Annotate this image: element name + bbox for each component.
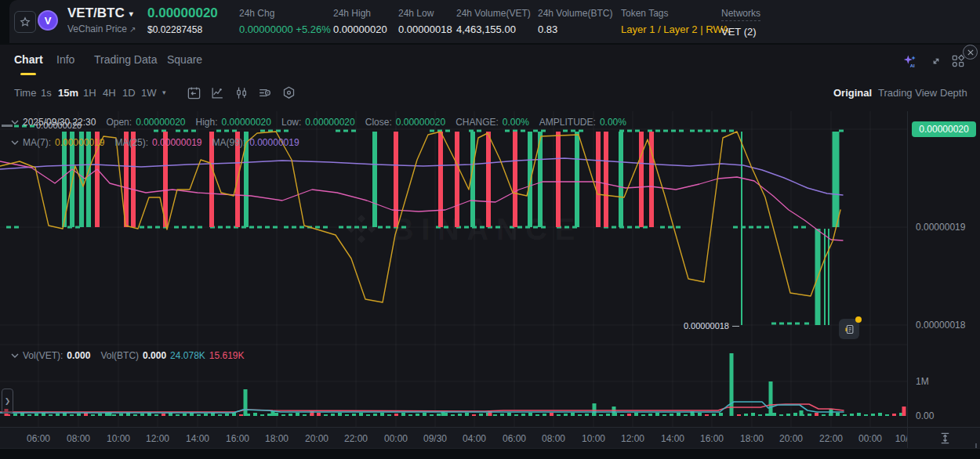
interval-1d[interactable]: 1D <box>122 87 136 99</box>
high-value: 0.00000020 <box>222 117 271 128</box>
time-label-14-00: 14:00 <box>182 433 213 444</box>
ai-sparkle-button[interactable]: AI <box>902 53 917 69</box>
vol-ma1-value: 24.078K <box>170 350 205 361</box>
fullscreen-button[interactable] <box>928 53 944 69</box>
high-label: High: <box>196 117 218 128</box>
collapse-chevron-icon[interactable] <box>11 139 19 146</box>
vol-vet-label: Vol(VET): <box>23 350 63 361</box>
stat-value-24h-volume-vet: 4,463,155.00 <box>456 23 531 35</box>
stat-24h-volume-vet: 24h Volume(VET)4,463,155.00 <box>456 8 531 35</box>
expand-icon <box>929 54 943 68</box>
stat-value-24h-chg: 0.00000000 +5.26% <box>239 23 331 35</box>
change-label: CHANGE: <box>456 117 499 128</box>
stat-value-24h-low: 0.00000018 <box>398 23 452 35</box>
stat-label-token-tags: Token Tags <box>621 8 729 19</box>
tab-square[interactable]: Square <box>167 53 202 66</box>
chart-settings-button[interactable] <box>281 85 297 101</box>
stat-24h-chg: 24h Chg0.00000000 +5.26% <box>239 8 331 35</box>
ma99-value: 0.00000019 <box>249 137 299 148</box>
tab-info[interactable]: Info <box>56 53 74 66</box>
close-panel-button[interactable] <box>963 45 978 60</box>
pair-selector[interactable]: VET/BTC ▾ <box>67 5 136 21</box>
ohlc-info-bar: 2025/09/30 22:30 Open: 0.00000020 High: … <box>11 117 626 128</box>
time-label-16-00: 16:00 <box>222 433 253 444</box>
time-label-22-00: 22:00 <box>340 433 372 444</box>
stat-24h-volume-btc: 24h Volume(BTC)0.83 <box>538 8 612 35</box>
price-axis-label-0-00: 0.00 <box>916 410 934 421</box>
star-icon <box>20 16 31 27</box>
volume-info-bar: Vol(VET): 0.000 Vol(BTC) 0.000 24.078K 1… <box>11 350 245 361</box>
active-tab-underline <box>20 73 36 75</box>
open-value: 0.00000020 <box>136 117 185 128</box>
price-axis-label-0-00000019: 0.00000019 <box>916 222 965 233</box>
ma7-label: MA(7): <box>23 137 51 148</box>
view-depth[interactable]: Depth <box>940 87 967 99</box>
ma99-label: MA(99): <box>212 137 246 148</box>
collapse-chevron-icon[interactable] <box>11 119 19 125</box>
current-price-badge: 0.00000020 <box>912 121 976 137</box>
time-axis[interactable]: 06:0008:0010:0012:0014:0016:0018:0020:00… <box>0 427 980 449</box>
chart-style-button[interactable] <box>210 85 226 101</box>
corner-resize-icon[interactable] <box>969 439 977 447</box>
stat-value-24h-high: 0.00000020 <box>333 23 387 35</box>
time-label-06-00: 06:00 <box>23 433 54 444</box>
ma7-value: 0.00000019 <box>55 137 104 148</box>
price-axis[interactable]: 0.00000020 0.000000190.000000181M0.00 <box>907 111 980 427</box>
interval-1w[interactable]: 1W <box>141 87 157 99</box>
pair-subtitle-link[interactable]: VeChain Price ↗ <box>67 23 136 34</box>
stat-24h-low: 24h Low0.00000018 <box>398 8 452 35</box>
price-axis-label-0-00000018: 0.00000018 <box>916 320 965 331</box>
ai-sparkle-icon: AI <box>902 53 917 69</box>
ma25-label: MA(25): <box>114 137 148 148</box>
time-label-00-00: 00:00 <box>380 433 412 444</box>
jump-to-date-button[interactable] <box>187 85 202 101</box>
indicators-icon <box>257 85 272 100</box>
stat-token-tags: Token TagsLayer 1 / Layer 2 | RWA <box>621 8 729 35</box>
interval-time[interactable]: Time <box>14 87 36 99</box>
vol-btc-value: 0.000 <box>143 350 166 361</box>
pair-name: VET/BTC <box>67 5 125 21</box>
stat-value-24h-volume-btc: 0.83 <box>538 23 612 35</box>
stat-label-24h-volume-vet: 24h Volume(VET) <box>456 8 531 19</box>
stat-label-24h-high: 24h High <box>333 8 387 19</box>
vet-logo-letter: V <box>45 15 52 27</box>
stat-networks: NetworksVET (2) <box>721 8 760 38</box>
close-icon <box>967 49 974 56</box>
view-original[interactable]: Original <box>833 87 872 99</box>
time-label-09-30: 09/30 <box>419 433 451 444</box>
tab-chart[interactable]: Chart <box>14 53 43 66</box>
fit-vertical-icon <box>938 431 953 446</box>
time-label-08-00: 08:00 <box>538 433 569 444</box>
news-button[interactable] <box>839 319 859 339</box>
candle-type-button[interactable] <box>234 85 250 101</box>
stat-24h-high: 24h High0.00000020 <box>333 8 387 35</box>
stat-label-networks[interactable]: Networks <box>721 8 760 21</box>
low-price-annotation: 0.00000018 <box>671 321 729 331</box>
vol-ma2-value: 15.619K <box>209 350 245 361</box>
market-header: V VET/BTC ▾ VeChain Price ↗ 0.00000020 $… <box>9 0 980 43</box>
time-label-10: 10/ <box>886 433 907 444</box>
interval-dropdown-caret[interactable]: ▾ <box>162 89 166 96</box>
open-label: Open: <box>106 117 132 128</box>
indicators-button[interactable] <box>257 85 273 101</box>
low-label: Low: <box>281 117 301 128</box>
interval-1h[interactable]: 1H <box>83 87 96 99</box>
panel-expander-button[interactable]: ❯ <box>2 389 13 414</box>
usd-price: $0.02287458 <box>147 24 218 35</box>
favorite-button[interactable] <box>14 11 36 33</box>
fit-scale-button[interactable] <box>938 431 953 446</box>
chart-canvas[interactable] <box>0 111 907 427</box>
view-trading-view[interactable]: Trading View <box>878 87 937 99</box>
amplitude-value: 0.00% <box>600 117 626 128</box>
time-label-06-00: 06:00 <box>499 433 530 444</box>
interval-15m[interactable]: 15m <box>58 87 78 99</box>
axis-divider <box>907 428 908 449</box>
stat-value-token-tags: Layer 1 / Layer 2 | RWA <box>621 23 729 35</box>
interval-4h[interactable]: 4H <box>103 87 116 99</box>
time-axis-labels: 06:0008:0010:0012:0014:0016:0018:0020:00… <box>0 428 907 449</box>
interval-1s[interactable]: 1s <box>41 87 52 99</box>
tab-trading-data[interactable]: Trading Data <box>94 53 157 66</box>
time-label-12-00: 12:00 <box>142 433 173 444</box>
collapse-chevron-icon[interactable] <box>11 352 19 359</box>
price-axis-label-1m: 1M <box>916 376 929 387</box>
